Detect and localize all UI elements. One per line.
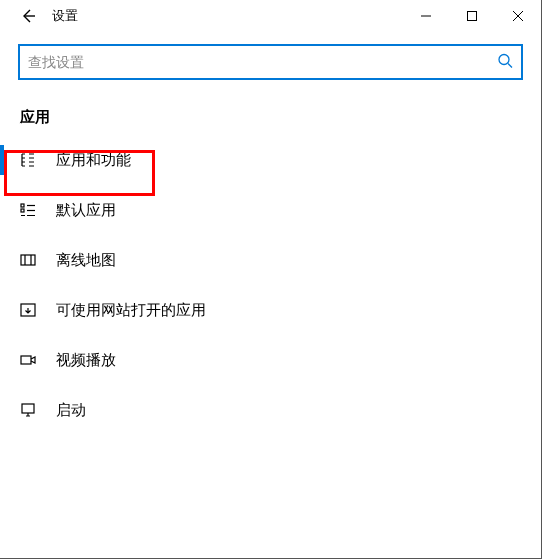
svg-rect-6 xyxy=(21,356,31,364)
nav-item-apps-features[interactable]: 应用和功能 xyxy=(0,135,523,185)
nav-label: 启动 xyxy=(56,401,86,420)
nav-label: 应用和功能 xyxy=(56,151,131,170)
content-area: 应用 应用和功能 默认应用 xyxy=(0,32,541,435)
offline-maps-icon xyxy=(18,250,38,270)
close-button[interactable] xyxy=(495,0,541,32)
nav-label: 默认应用 xyxy=(56,201,116,220)
search-box[interactable] xyxy=(18,44,523,80)
minimize-button[interactable] xyxy=(403,0,449,32)
nav-item-offline-maps[interactable]: 离线地图 xyxy=(0,235,523,285)
close-icon xyxy=(513,11,523,21)
back-button[interactable] xyxy=(8,0,48,32)
maximize-button[interactable] xyxy=(449,0,495,32)
nav-label: 离线地图 xyxy=(56,251,116,270)
nav-item-startup[interactable]: 启动 xyxy=(0,385,523,435)
window-controls xyxy=(403,0,541,32)
nav-label: 可使用网站打开的应用 xyxy=(56,301,206,320)
svg-rect-4 xyxy=(21,255,35,265)
apps-features-icon xyxy=(18,150,38,170)
svg-point-1 xyxy=(499,55,509,65)
default-apps-icon xyxy=(18,200,38,220)
svg-rect-2 xyxy=(21,204,24,207)
back-arrow-icon xyxy=(20,8,36,24)
nav-item-default-apps[interactable]: 默认应用 xyxy=(0,185,523,235)
svg-rect-0 xyxy=(468,12,477,21)
window-title: 设置 xyxy=(52,7,78,25)
nav-label: 视频播放 xyxy=(56,351,116,370)
svg-rect-7 xyxy=(22,404,34,413)
apps-for-websites-icon xyxy=(18,300,38,320)
maximize-icon xyxy=(467,11,477,21)
startup-icon xyxy=(18,400,38,420)
nav-item-apps-for-websites[interactable]: 可使用网站打开的应用 xyxy=(0,285,523,335)
svg-rect-3 xyxy=(21,209,24,212)
search-input[interactable] xyxy=(20,46,521,78)
nav-item-video-playback[interactable]: 视频播放 xyxy=(0,335,523,385)
minimize-icon xyxy=(421,11,431,21)
search-icon xyxy=(497,53,513,72)
titlebar: 设置 xyxy=(0,0,541,32)
section-heading: 应用 xyxy=(20,108,523,127)
nav-list: 应用和功能 默认应用 离线地图 xyxy=(0,135,523,435)
video-playback-icon xyxy=(18,350,38,370)
